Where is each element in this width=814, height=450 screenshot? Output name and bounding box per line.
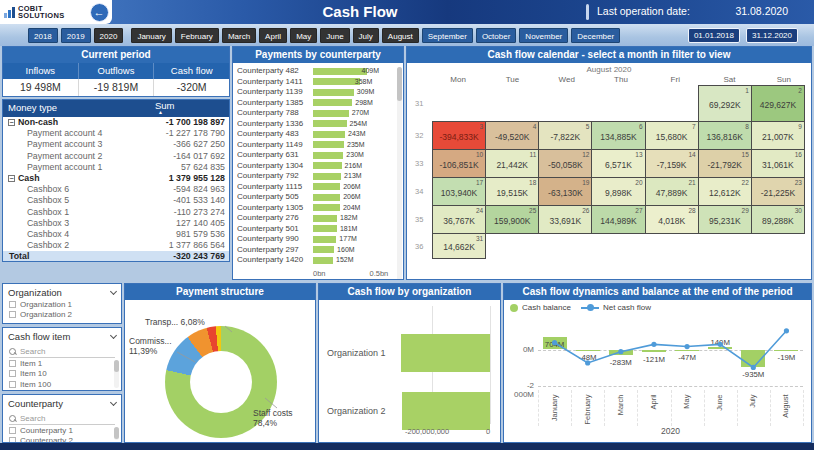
bar[interactable] <box>313 141 344 148</box>
table-row[interactable]: Payment account 4-1 227 178 790 <box>3 128 229 139</box>
month-button-june[interactable]: June <box>320 28 349 43</box>
calendar-day-cell[interactable]: 14-7,159K <box>645 149 699 178</box>
calendar-day-cell[interactable]: 2633,691K <box>538 205 592 234</box>
calendar-day-cell[interactable]: 2212,612K <box>698 177 752 206</box>
bar[interactable] <box>313 236 336 243</box>
table-row[interactable]: Payment account 2-164 017 692 <box>3 151 229 162</box>
calendar-day-cell[interactable]: 169,292K <box>698 85 752 122</box>
month-button-may[interactable]: May <box>290 28 317 43</box>
search-input[interactable]: Search <box>9 412 115 425</box>
month-button-april[interactable]: April <box>259 28 287 43</box>
bar[interactable] <box>402 392 490 430</box>
calendar-day-cell[interactable]: 4-49,520K <box>485 121 539 150</box>
month-button-july[interactable]: July <box>353 28 379 43</box>
calendar-day-cell[interactable]: 23-21,225K <box>751 177 805 206</box>
bar[interactable] <box>313 68 367 75</box>
calendar-day-cell[interactable]: 2147,889K <box>645 177 699 206</box>
table-row[interactable]: Payment account 157 624 835 <box>3 162 229 173</box>
checkbox[interactable] <box>9 370 16 377</box>
calendar-day-cell[interactable]: 2436,767K <box>432 205 486 234</box>
slicer-item[interactable]: Item 1 <box>3 358 121 369</box>
slicer-item[interactable]: Item 100 <box>3 379 121 390</box>
back-button[interactable]: ← <box>90 3 109 22</box>
slicer-item[interactable]: Counterparty 2 <box>3 436 121 444</box>
year-button-2019[interactable]: 2019 <box>61 28 91 43</box>
cash-balance-legend-label[interactable]: Cash balance <box>522 303 571 312</box>
checkbox[interactable] <box>9 311 16 318</box>
month-button-january[interactable]: January <box>131 28 171 43</box>
slicer-item[interactable]: Organization 2 <box>3 310 121 321</box>
slicer-scrollbar[interactable] <box>114 360 119 388</box>
table-row[interactable]: −Non-cash-1 700 198 897 <box>3 117 229 128</box>
chevron-down-icon[interactable] <box>110 331 117 338</box>
checkbox[interactable] <box>9 381 16 388</box>
date-to-box[interactable]: 31.12.2020 <box>746 28 798 43</box>
table-row[interactable]: Cashbox 5-401 533 140 <box>3 195 229 206</box>
month-button-september[interactable]: September <box>422 28 473 43</box>
cash-balance-bar[interactable] <box>642 350 666 352</box>
calendar-day-cell[interactable]: 27144,989K <box>591 205 645 234</box>
bar[interactable] <box>313 215 337 222</box>
bar[interactable] <box>313 89 354 96</box>
cash-balance-bar[interactable] <box>708 347 732 350</box>
calendar-day-cell[interactable]: 2995,231K <box>698 205 752 234</box>
search-input[interactable]: Search <box>9 345 115 358</box>
calendar-day-cell[interactable]: 10-106,851K <box>432 149 486 178</box>
bar[interactable] <box>401 334 490 372</box>
cash-balance-bar[interactable] <box>576 350 600 352</box>
calendar-day-cell[interactable]: 209,898K <box>591 177 645 206</box>
calendar-day-cell[interactable]: 2429,627K <box>751 85 805 122</box>
chevron-down-icon[interactable] <box>110 398 117 405</box>
bar[interactable] <box>313 110 349 117</box>
bar[interactable] <box>313 183 340 190</box>
month-button-november[interactable]: November <box>519 28 568 43</box>
month-button-february[interactable]: February <box>175 28 219 43</box>
slicer-item[interactable]: Organization 1 <box>3 299 121 310</box>
cash-balance-bar[interactable] <box>741 350 765 367</box>
month-button-march[interactable]: March <box>222 28 256 43</box>
calendar-day-cell[interactable]: 1631,061K <box>751 149 805 178</box>
slicer-item[interactable]: Item 10 <box>3 369 121 380</box>
month-button-december[interactable]: December <box>571 28 620 43</box>
calendar-day-cell[interactable]: 6134,885K <box>591 121 645 150</box>
slicer-item[interactable]: Counterparty 1 <box>3 425 121 436</box>
year-button-2020[interactable]: 2020 <box>94 28 124 43</box>
date-from-box[interactable]: 01.01.2018 <box>688 28 740 43</box>
table-row[interactable]: Total-320 243 769 <box>3 251 229 262</box>
calendar-day-cell[interactable]: 136,571K <box>591 149 645 178</box>
net-cash-flow-legend-label[interactable]: Net cash flow <box>603 303 651 312</box>
table-row[interactable]: Cashbox 4981 579 536 <box>3 229 229 240</box>
calendar-day-cell[interactable]: 3-394,833K <box>432 121 486 150</box>
table-row[interactable]: Cashbox 3127 140 405 <box>3 218 229 229</box>
slicer-scrollbar[interactable] <box>114 427 119 440</box>
bar[interactable] <box>313 162 342 169</box>
calendar-day-cell[interactable]: 5-7,822K <box>538 121 592 150</box>
checkbox[interactable] <box>9 360 16 367</box>
bar[interactable] <box>313 131 345 138</box>
cash-balance-bar[interactable] <box>675 350 699 352</box>
checkbox[interactable] <box>9 301 16 308</box>
year-button-2018[interactable]: 2018 <box>28 28 58 43</box>
calendar-day-cell[interactable]: 3114,662K <box>432 233 486 259</box>
table-row[interactable]: Cashbox 1-110 273 274 <box>3 207 229 218</box>
month-button-october[interactable]: October <box>476 28 516 43</box>
bar[interactable] <box>313 204 340 211</box>
table-row[interactable]: −Cash1 379 955 128 <box>3 173 229 184</box>
calendar-day-cell[interactable]: 284,018K <box>645 205 699 234</box>
chevron-down-icon[interactable] <box>110 287 117 294</box>
sum-column-header[interactable]: Sum <box>153 100 229 117</box>
bar[interactable] <box>313 246 334 253</box>
bar[interactable] <box>313 225 337 232</box>
money-type-column-header[interactable]: Money type <box>3 100 153 117</box>
bar[interactable] <box>313 173 341 180</box>
bar[interactable] <box>313 99 352 106</box>
calendar-day-cell[interactable]: 921,007K <box>751 121 805 150</box>
calendar-day-cell[interactable]: 17103,940K <box>432 177 486 206</box>
month-button-august[interactable]: August <box>382 28 419 43</box>
bar[interactable] <box>313 120 347 127</box>
calendar-day-cell[interactable]: 12-50,058K <box>538 149 592 178</box>
bar[interactable] <box>313 78 360 85</box>
bar[interactable] <box>313 152 343 159</box>
calendar-day-cell[interactable]: 1121,442K <box>485 149 539 178</box>
calendar-day-cell[interactable]: 19-63,130K <box>538 177 592 206</box>
